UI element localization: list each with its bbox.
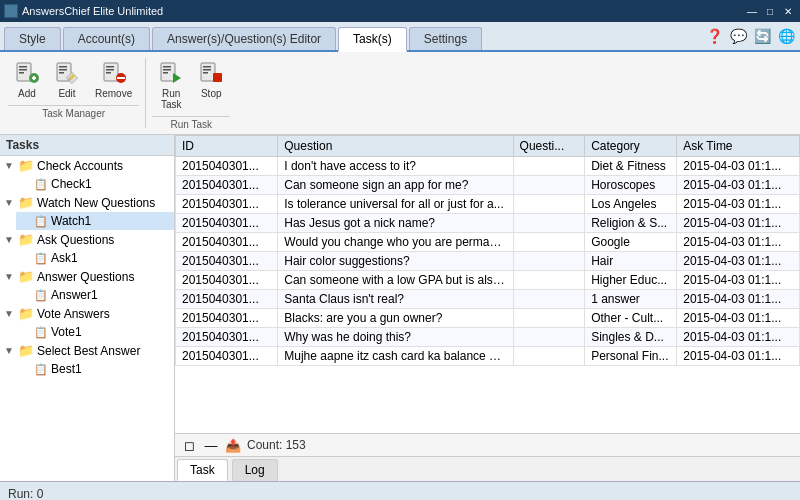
chat-icon[interactable]: 💬 — [728, 26, 748, 46]
tab-bar: Style Account(s) Answer(s)/Question(s) E… — [0, 22, 800, 52]
tree-item-check1[interactable]: 📋 Check1 — [16, 175, 174, 193]
col-header-questi[interactable]: Questi... — [513, 136, 585, 157]
page-export-icon[interactable]: 📤 — [225, 437, 241, 453]
tree-child-best1: 📋 Best1 — [0, 360, 174, 378]
cell-questi — [513, 290, 585, 309]
task-manager-group: Add Edit — [8, 56, 139, 130]
edit-button[interactable]: Edit — [48, 56, 86, 103]
cell-questi — [513, 271, 585, 290]
table-row[interactable]: 2015040301...Why was he doing this?Singl… — [176, 328, 800, 347]
table-row[interactable]: 2015040301...Would you change who you ar… — [176, 233, 800, 252]
tree-item-watch-new-questions[interactable]: ▼ 📁 Watch New Questions — [0, 193, 174, 212]
tab-task-bottom[interactable]: Task — [177, 459, 228, 481]
page-prev-icon[interactable]: — — [203, 437, 219, 453]
cell-category: Religion & S... — [585, 214, 677, 233]
cell-id: 2015040301... — [176, 252, 278, 271]
cell-questi — [513, 328, 585, 347]
help-icon[interactable]: ❓ — [704, 26, 724, 46]
data-table: ID Question Questi... Category Ask Time … — [175, 135, 800, 366]
table-row[interactable]: 2015040301...Blacks: are you a gun owner… — [176, 309, 800, 328]
cell-category: Google — [585, 233, 677, 252]
tree-item-ask-questions[interactable]: ▼ 📁 Ask Questions — [0, 230, 174, 249]
expander-ask: ▼ — [4, 234, 18, 245]
tree-item-check-accounts[interactable]: ▼ 📁 Check Accounts — [0, 156, 174, 175]
cell-questi — [513, 214, 585, 233]
col-header-asktime[interactable]: Ask Time — [677, 136, 800, 157]
folder-icon-ask: 📁 — [18, 232, 34, 247]
col-header-id[interactable]: ID — [176, 136, 278, 157]
table-row[interactable]: 2015040301...Mujhe aapne itz cash card k… — [176, 347, 800, 366]
remove-button[interactable]: Remove — [88, 56, 139, 103]
cell-questi — [513, 252, 585, 271]
cell-asktime: 2015-04-03 01:1... — [677, 328, 800, 347]
table-row[interactable]: 2015040301...Can someone with a low GPA … — [176, 271, 800, 290]
cell-category: Hair — [585, 252, 677, 271]
tab-tasks[interactable]: Task(s) — [338, 27, 407, 52]
toolbar: Add Edit — [0, 52, 800, 135]
table-row[interactable]: 2015040301...Can someone sign an app for… — [176, 176, 800, 195]
col-header-question[interactable]: Question — [278, 136, 513, 157]
table-row[interactable]: 2015040301...Is tolerance universal for … — [176, 195, 800, 214]
stop-button[interactable]: Stop — [192, 56, 230, 114]
folder-icon-check-accounts: 📁 — [18, 158, 34, 173]
cell-question: Blacks: are you a gun owner? — [278, 309, 513, 328]
tree-child-ask1: 📋 Ask1 — [0, 249, 174, 267]
cell-questi — [513, 176, 585, 195]
minimize-button[interactable]: — — [744, 4, 760, 18]
table-row[interactable]: 2015040301...Hair color suggestions?Hair… — [176, 252, 800, 271]
internet-icon[interactable]: 🌐 — [776, 26, 796, 46]
svg-rect-10 — [59, 72, 64, 74]
add-button[interactable]: Add — [8, 56, 46, 103]
tree-item-vote-answers[interactable]: ▼ 📁 Vote Answers — [0, 304, 174, 323]
edit-icon — [55, 60, 79, 87]
refresh-icon[interactable]: 🔄 — [752, 26, 772, 46]
run-task-buttons: RunTask Stop — [152, 56, 230, 114]
vote-answers-label: Vote Answers — [37, 307, 110, 321]
table-row[interactable]: 2015040301...I don't have access to it?D… — [176, 157, 800, 176]
task-icon-best1: 📋 — [34, 363, 48, 376]
cell-id: 2015040301... — [176, 195, 278, 214]
cell-question: Would you change who you are permane... — [278, 233, 513, 252]
stop-icon — [199, 60, 223, 87]
app-title: AnswersChief Elite Unlimited — [22, 5, 163, 17]
tree-item-best1[interactable]: 📋 Best1 — [16, 360, 174, 378]
maximize-button[interactable]: □ — [762, 4, 778, 18]
close-button[interactable]: ✕ — [780, 4, 796, 18]
svg-rect-8 — [59, 66, 67, 68]
data-table-container[interactable]: ID Question Questi... Category Ask Time … — [175, 135, 800, 433]
cell-question: Can someone with a low GPA but is also .… — [278, 271, 513, 290]
ask-questions-label: Ask Questions — [37, 233, 114, 247]
tab-log-bottom[interactable]: Log — [232, 459, 278, 481]
tab-style[interactable]: Style — [4, 27, 61, 50]
table-row[interactable]: 2015040301...Santa Claus isn't real?1 an… — [176, 290, 800, 309]
run-task-button[interactable]: RunTask — [152, 56, 190, 114]
tab-settings[interactable]: Settings — [409, 27, 482, 50]
task-icon-answer1: 📋 — [34, 289, 48, 302]
tree-item-select-best-answer[interactable]: ▼ 📁 Select Best Answer — [0, 341, 174, 360]
tab-accounts[interactable]: Account(s) — [63, 27, 150, 50]
cell-category: Horoscopes — [585, 176, 677, 195]
tree-item-answer-questions[interactable]: ▼ 📁 Answer Questions — [0, 267, 174, 286]
svg-rect-13 — [106, 66, 114, 68]
title-bar: AnswersChief Elite Unlimited — □ ✕ — [0, 0, 800, 22]
tree-item-vote1[interactable]: 📋 Vote1 — [16, 323, 174, 341]
edit-label: Edit — [58, 88, 75, 99]
status-bar: Run: 0 — [0, 481, 800, 500]
data-panel: ID Question Questi... Category Ask Time … — [175, 135, 800, 481]
svg-rect-2 — [19, 69, 27, 71]
tree-item-watch1[interactable]: 📋 Watch1 — [16, 212, 174, 230]
tree-item-ask1[interactable]: 📋 Ask1 — [16, 249, 174, 267]
cell-category: Diet & Fitness — [585, 157, 677, 176]
folder-icon-best: 📁 — [18, 343, 34, 358]
cell-question: Can someone sign an app for me? — [278, 176, 513, 195]
cell-id: 2015040301... — [176, 271, 278, 290]
col-header-category[interactable]: Category — [585, 136, 677, 157]
cell-id: 2015040301... — [176, 290, 278, 309]
tree-item-answer1[interactable]: 📋 Answer1 — [16, 286, 174, 304]
page-first-icon[interactable]: ◻ — [181, 437, 197, 453]
svg-rect-14 — [106, 69, 114, 71]
table-row[interactable]: 2015040301...Has Jesus got a nick name?R… — [176, 214, 800, 233]
cell-id: 2015040301... — [176, 309, 278, 328]
tab-editor[interactable]: Answer(s)/Question(s) Editor — [152, 27, 336, 50]
folder-icon-answer: 📁 — [18, 269, 34, 284]
